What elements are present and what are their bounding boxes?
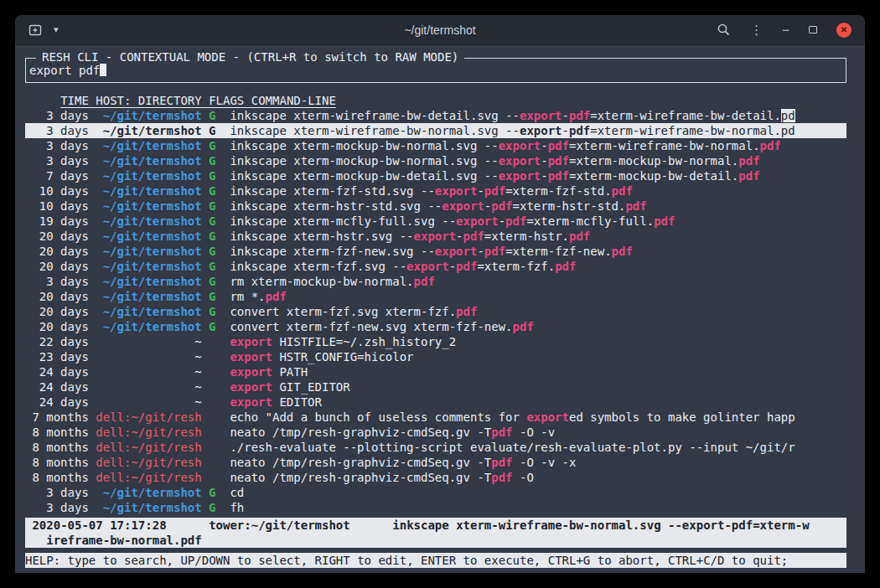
history-row[interactable]: 20 days~/git/termshotGinkscape xterm-fzf…: [25, 244, 846, 259]
status-bar: 2020-05-07 17:17:28 tower:~/git/termshot…: [25, 518, 846, 548]
command-text: -: [499, 214, 505, 228]
history-row[interactable]: 19 days~/git/termshotGinkscape xterm-mcf…: [25, 214, 846, 229]
flags-cell: [209, 410, 215, 425]
time-cell: 24 days: [25, 364, 89, 379]
flags-cell: G: [209, 153, 215, 168]
history-row[interactable]: 24 days~ export PATH: [25, 364, 846, 379]
host-cell: ~/git/termshot: [96, 500, 201, 515]
history-row[interactable]: 20 days~/git/termshotGinkscape xterm-hst…: [25, 229, 846, 244]
command-cell: inkscape xterm-mcfly-full.svg --export-p…: [230, 214, 846, 229]
command-text: -: [484, 199, 491, 213]
terminal-content: RESH CLI - CONTEXTUAL MODE - (CTRL+R to …: [15, 45, 865, 573]
history-row[interactable]: 7 monthsdell:~/git/resh echo "Add a bunc…: [25, 410, 846, 425]
history-row[interactable]: 3 days~/git/termshotGinkscape xterm-mock…: [25, 138, 846, 153]
history-row[interactable]: 3 days~/git/termshotGinkscape xterm-mock…: [25, 153, 846, 168]
flags-cell: [209, 334, 215, 349]
history-row[interactable]: 3 days~/git/termshotGfh: [25, 500, 846, 515]
time-cell: 20 days: [25, 319, 89, 334]
history-row[interactable]: 8 monthsdell:~/git/resh ./resh-evaluate …: [25, 440, 846, 455]
command-text: -: [541, 139, 547, 152]
history-row[interactable]: 8 monthsdell:~/git/resh neato /tmp/resh-…: [25, 470, 846, 485]
history-row[interactable]: 22 days~ export HISTFILE=~/.zsh_history_…: [25, 334, 846, 349]
host-cell: ~: [96, 349, 201, 364]
command-text: -O: [513, 471, 534, 484]
command-text: pd: [781, 109, 795, 122]
history-row[interactable]: 20 days~/git/termshotGconvert xterm-fzf.…: [25, 304, 846, 319]
restore-button[interactable]: [809, 26, 817, 34]
history-row[interactable]: 3 days~/git/termshotGinkscape xterm-wire…: [25, 108, 846, 123]
host-cell: ~/git/termshot: [96, 244, 201, 259]
chevron-down-icon[interactable]: ▾: [54, 25, 59, 34]
command-text: convert xterm-fzf.svg xterm-fzf.: [230, 305, 456, 318]
titlebar[interactable]: ▾ ~/git/termshot ⋮ − ✕: [15, 15, 865, 45]
history-row[interactable]: 20 days~/git/termshotGinkscape xterm-fzf…: [25, 259, 846, 274]
new-tab-button[interactable]: [28, 23, 44, 37]
history-row[interactable]: 3 days~/git/termshotGrm xterm-mockup-bw-…: [25, 274, 846, 289]
command-text: inkscape xterm-mockup-bw-detail.svg --: [230, 169, 498, 183]
kebab-menu-button[interactable]: ⋮: [750, 23, 763, 36]
history-row[interactable]: 24 days~ export EDITOR: [25, 395, 846, 410]
history-row[interactable]: 3 days~/git/termshotGcd: [25, 485, 846, 500]
flags-cell: [209, 349, 215, 364]
host-cell: ~: [96, 364, 201, 379]
match-highlight: pdf: [456, 305, 477, 318]
match-highlight: pdf: [760, 139, 781, 152]
window-title: ~/git/termshot: [213, 23, 667, 37]
titlebar-left-controls: ▾: [28, 23, 213, 37]
history-row[interactable]: 8 monthsdell:~/git/resh neato /tmp/resh-…: [25, 425, 846, 440]
match-highlight: pdf: [738, 169, 759, 183]
history-row[interactable]: 23 days~ export HSTR_CONFIG=hicolor: [25, 349, 846, 364]
search-input[interactable]: export pdf: [29, 62, 842, 79]
history-row[interactable]: 20 days~/git/termshotGrm *.pdf: [25, 289, 846, 304]
command-text: -: [477, 245, 484, 258]
host-cell: ~/git/termshot: [96, 108, 201, 123]
search-query-text: export pdf: [29, 64, 100, 77]
flags-cell: [209, 425, 215, 440]
host-cell: ~/git/termshot: [96, 319, 201, 334]
flags-cell: G: [209, 183, 215, 199]
match-highlight: pdf: [491, 471, 512, 484]
history-row[interactable]: 20 days~/git/termshotGconvert xterm-fzf-…: [25, 319, 846, 334]
command-text: =xterm-fzf-new.: [505, 245, 611, 258]
time-cell: 20 days: [25, 259, 89, 274]
command-cell: convert xterm-fzf.svg xterm-fzf.pdf: [230, 304, 846, 319]
history-row[interactable]: 8 monthsdell:~/git/resh neato /tmp/resh-…: [25, 455, 846, 470]
host-cell: ~: [96, 334, 201, 349]
flags-cell: G: [209, 229, 215, 244]
minimize-button[interactable]: −: [782, 23, 789, 36]
command-text: inkscape xterm-hstr.svg --: [230, 230, 413, 243]
history-row[interactable]: 7 days~/git/termshotGinkscape xterm-mock…: [25, 168, 846, 183]
command-cell: fh: [230, 500, 846, 515]
time-cell: 22 days: [25, 334, 89, 349]
command-text: HSTR_CONFIG=hicolor: [272, 350, 414, 364]
command-text: inkscape xterm-fzf.svg --: [230, 260, 406, 273]
history-row[interactable]: 10 days~/git/termshotGinkscape xterm-fzf…: [25, 183, 846, 199]
table-header: TIME HOST: DIRECTORY FLAGS COMMAND-LINE: [25, 93, 846, 108]
text-cursor: [100, 64, 106, 76]
flags-cell: [209, 440, 215, 455]
flags-cell: G: [209, 244, 215, 259]
match-highlight: export: [406, 260, 449, 273]
history-row[interactable]: 24 days~ export GIT_EDITOR: [25, 379, 846, 395]
history-row[interactable]: 10 days~/git/termshotGinkscape xterm-hst…: [25, 199, 846, 214]
host-cell: ~: [96, 379, 201, 395]
command-text: -O -v -x: [513, 456, 577, 469]
command-text: neato /tmp/resh-graphviz-cmdSeq.gv -T: [230, 426, 491, 439]
match-highlight: pdf: [555, 260, 576, 273]
flags-cell: G: [209, 304, 215, 319]
search-icon: [717, 23, 731, 37]
command-text: HISTFILE=~/.zsh_history_2: [272, 335, 456, 348]
time-cell: 10 days: [25, 183, 89, 199]
command-cell: inkscape xterm-mockup-bw-detail.svg --ex…: [230, 168, 846, 183]
close-button[interactable]: ✕: [836, 23, 852, 38]
command-text: =xterm-mcfly-full.: [526, 214, 654, 228]
match-highlight: pdf: [654, 214, 675, 228]
command-text: inkscape xterm-mockup-bw-normal.svg --: [230, 154, 498, 168]
match-highlight: pdf: [266, 290, 287, 303]
match-highlight: export: [414, 230, 457, 243]
time-cell: 10 days: [25, 199, 89, 214]
command-text: fh: [230, 501, 244, 514]
host-cell: ~/git/termshot: [96, 168, 201, 183]
search-button[interactable]: [717, 23, 731, 37]
history-row[interactable]: 3 days~/git/termshotGinkscape xterm-wire…: [25, 123, 846, 138]
